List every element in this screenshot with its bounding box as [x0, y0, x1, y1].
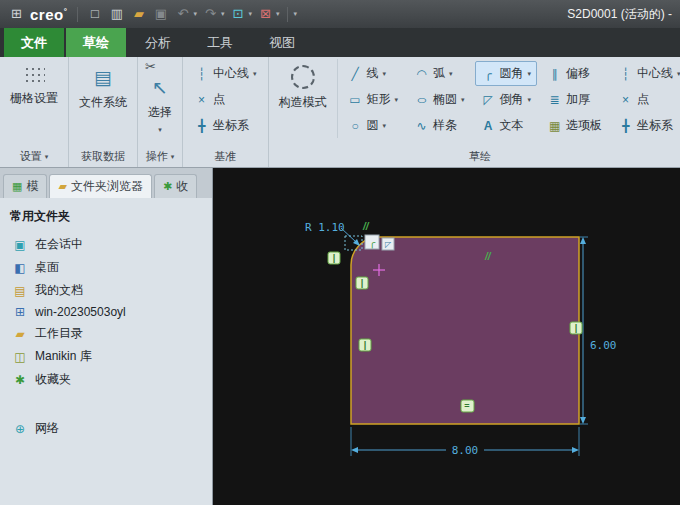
sketch-tools-column-5: ┆ 中心线 ▾ × 点 ╋ 坐标系	[610, 59, 680, 138]
tool-csys[interactable]: ╋ 坐标系	[612, 113, 680, 138]
dimension-height-value[interactable]: 6.00	[590, 339, 617, 352]
close-window-icon[interactable]: ⊠	[257, 0, 274, 28]
tool-datum-centerline[interactable]: ┆ 中心线 ▾	[188, 61, 263, 86]
sketch-tools-column-2: ◠ 弧 ▾ ○ 椭圆 ▾ ∿ 样条	[406, 59, 473, 138]
coordinate-system-icon: ╋	[194, 119, 209, 133]
folder-item-computer[interactable]: ⊞ win-20230503oyl	[0, 302, 212, 322]
main-area: ▦ 模 ▰ 文件夹浏览器 ✱ 收 常用文件夹 ▣ 在会话中	[0, 168, 680, 505]
tool-fillet[interactable]: ╭ 圆角 ▾	[475, 61, 538, 86]
tab-tools[interactable]: 工具	[190, 28, 250, 57]
datum-footer: 基准	[186, 147, 265, 167]
star-icon: ✱	[13, 373, 27, 387]
refit-window-icon[interactable]: ⊡	[229, 0, 246, 28]
session-icon: ▣	[13, 238, 27, 252]
select-caret-icon: ▾	[158, 126, 162, 134]
tool-datum-point[interactable]: × 点	[188, 87, 263, 112]
folder-item-working-directory[interactable]: ▰ 工作目录	[0, 322, 212, 345]
folder-item-documents[interactable]: ▤ 我的文档	[0, 279, 212, 302]
folder-item-network[interactable]: ⊕ 网络	[0, 417, 212, 440]
select-cursor-icon: ↖	[152, 75, 168, 99]
tool-line[interactable]: ╱ 线 ▾	[342, 61, 405, 86]
folder-icon: ▰	[13, 327, 27, 341]
ribbon: 栅格设置 设置▾ ▤ 文件系统 获取数据 ✂ ↖ 选择 ▾ 操作▾	[0, 57, 680, 168]
sketch-canvas[interactable]: 6.00 8.00 R 1.10 // //	[213, 168, 680, 505]
dim-arrow-icon	[580, 417, 586, 424]
undo-icon[interactable]: ↶	[174, 0, 191, 28]
get-data-footer-button[interactable]: 获取数据	[72, 147, 134, 167]
redo-caret-icon[interactable]: ▾	[221, 10, 225, 18]
folder-item-in-session[interactable]: ▣ 在会话中	[0, 233, 212, 256]
file-system-icon: ▤	[94, 65, 112, 89]
ribbon-tabbar: 文件 草绘 分析 工具 视图	[0, 28, 680, 57]
redo-icon[interactable]: ↷	[202, 0, 219, 28]
file-system-button[interactable]: ▤ 文件系统	[72, 59, 134, 147]
caret-icon: ▾	[45, 153, 49, 161]
tool-rectangle[interactable]: ▭ 矩形 ▾	[342, 87, 405, 112]
close-caret-icon[interactable]: ▾	[276, 10, 280, 18]
tab-sketch[interactable]: 草绘	[66, 28, 126, 57]
sketch-rectangle[interactable]	[351, 237, 579, 424]
separator	[287, 7, 288, 22]
grid-icon	[23, 65, 45, 85]
star-icon: ✱	[163, 180, 172, 193]
tab-file[interactable]: 文件	[4, 28, 64, 57]
ribbon-group-sketch: 构造模式 ╱ 线 ▾ ▭ 矩形 ▾ ○ 圆	[269, 57, 680, 167]
centerline-icon: ┆	[194, 67, 209, 81]
circle-icon: ○	[348, 119, 363, 133]
rectangle-icon: ▭	[348, 93, 363, 107]
chamfer-icon: ◸	[385, 240, 392, 249]
tool-circle[interactable]: ○ 圆 ▾	[342, 113, 405, 138]
save-icon[interactable]: ▣	[152, 0, 169, 28]
operations-footer-button[interactable]: 操作▾	[141, 147, 179, 167]
construction-mode-button[interactable]: 构造模式	[272, 59, 338, 138]
tool-datum-csys[interactable]: ╋ 坐标系	[188, 113, 263, 138]
tool-arc[interactable]: ◠ 弧 ▾	[408, 61, 471, 86]
grid-settings-button[interactable]: 栅格设置	[3, 59, 65, 147]
tool-centerline[interactable]: ┆ 中心线 ▾	[612, 61, 680, 86]
app-menu-icon[interactable]: ⊞	[8, 0, 25, 28]
open-folder-icon[interactable]: ▰	[130, 0, 147, 28]
toolbar-options-caret-icon[interactable]: ▾	[293, 10, 297, 18]
refit-caret-icon[interactable]: ▾	[248, 10, 252, 18]
folder-item-favorites[interactable]: ✱ 收藏夹	[0, 368, 212, 391]
settings-footer-button[interactable]: 设置▾	[3, 147, 65, 167]
thicken-icon: ≣	[547, 93, 562, 107]
manikin-icon: ◫	[13, 350, 27, 364]
tab-analysis[interactable]: 分析	[128, 28, 188, 57]
tool-offset[interactable]: ∥ 偏移	[541, 61, 608, 86]
new-file-icon[interactable]: □	[86, 0, 103, 28]
tool-point[interactable]: × 点	[612, 87, 680, 112]
select-button[interactable]: ↖ 选择 ▾	[141, 75, 179, 147]
dimension-width-value[interactable]: 8.00	[452, 444, 479, 457]
parallel-constraint[interactable]: //	[362, 221, 370, 232]
dim-arrow-icon	[572, 447, 579, 453]
caret-icon: ▾	[171, 153, 175, 161]
tool-spline[interactable]: ∿ 样条	[408, 113, 471, 138]
desktop-icon: ◧	[13, 261, 27, 275]
tab-model-tree[interactable]: ▦ 模	[3, 174, 47, 198]
caret-icon: ▾	[449, 70, 453, 78]
tool-chamfer[interactable]: ◸ 倒角 ▾	[475, 87, 538, 112]
tool-ellipse[interactable]: ○ 椭圆 ▾	[408, 87, 471, 112]
line-icon: ╱	[348, 67, 363, 81]
tool-palette[interactable]: ▦ 选项板	[541, 113, 608, 138]
print-icon[interactable]: ▥	[108, 0, 125, 28]
tool-thicken[interactable]: ≣ 加厚	[541, 87, 608, 112]
tab-view[interactable]: 视图	[252, 28, 312, 57]
folder-icon: ▰	[58, 180, 66, 193]
centerline-icon: ┆	[618, 67, 633, 81]
tool-text[interactable]: A 文本	[475, 113, 538, 138]
navigator-tabs: ▦ 模 ▰ 文件夹浏览器 ✱ 收	[0, 168, 212, 198]
undo-caret-icon[interactable]: ▾	[193, 10, 197, 18]
text-icon: A	[481, 119, 496, 133]
tab-folder-browser[interactable]: ▰ 文件夹浏览器	[49, 174, 151, 198]
ellipse-icon: ○	[414, 93, 429, 107]
settings-footer-label: 设置	[20, 149, 42, 164]
tab-favorites[interactable]: ✱ 收	[154, 174, 197, 198]
point-icon: ×	[194, 93, 209, 107]
folder-item-desktop[interactable]: ◧ 桌面	[0, 256, 212, 279]
dimension-radius-value[interactable]: R 1.10	[305, 221, 345, 234]
folder-item-manikin-library[interactable]: ◫ Manikin 库	[0, 345, 212, 368]
cut-icon[interactable]: ✂	[141, 59, 160, 75]
chamfer-icon: ◸	[481, 93, 496, 107]
